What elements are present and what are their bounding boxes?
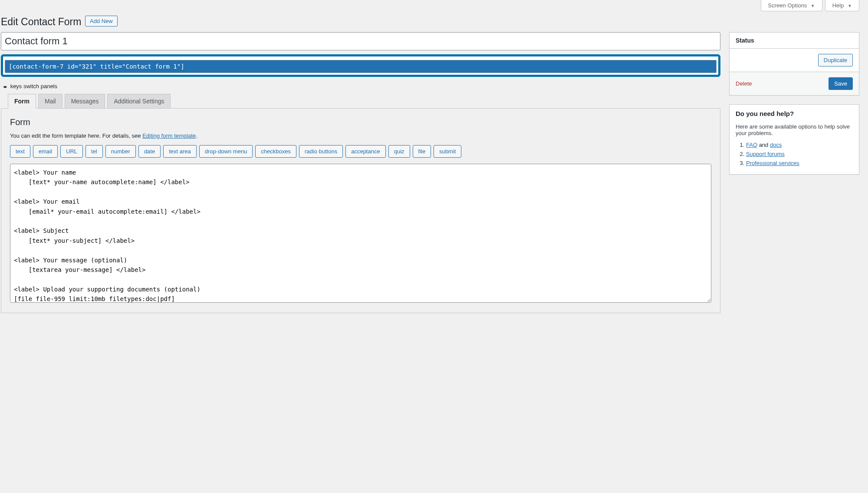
status-postbox: Status Duplicate Delete Save bbox=[729, 32, 859, 96]
page-title: Edit Contact Form bbox=[1, 16, 81, 28]
tab-additional-settings[interactable]: Additional Settings bbox=[107, 94, 171, 109]
tag-button-quiz[interactable]: quiz bbox=[388, 145, 410, 158]
faq-link[interactable]: FAQ bbox=[746, 142, 757, 148]
duplicate-button[interactable]: Duplicate bbox=[818, 54, 853, 66]
tag-button-tel[interactable]: tel bbox=[85, 145, 103, 158]
arrow-left-right-icon: ◂▸ bbox=[3, 84, 7, 89]
tab-messages[interactable]: Messages bbox=[65, 94, 105, 109]
tag-button-text-area[interactable]: text area bbox=[163, 145, 197, 158]
delete-link[interactable]: Delete bbox=[736, 80, 752, 87]
tag-button-drop-down-menu[interactable]: drop-down menu bbox=[199, 145, 253, 158]
help-label: Help bbox=[832, 2, 844, 9]
status-title: Status bbox=[736, 37, 853, 44]
save-button[interactable]: Save bbox=[829, 77, 853, 90]
tag-button-URL[interactable]: URL bbox=[60, 145, 83, 158]
help-postbox: Do you need help? Here are some availabl… bbox=[729, 104, 859, 175]
tag-button-checkboxes[interactable]: checkboxes bbox=[255, 145, 296, 158]
form-title-input[interactable] bbox=[1, 32, 720, 50]
professional-services-link[interactable]: Professional services bbox=[746, 160, 799, 166]
panel-tabs: Form Mail Messages Additional Settings bbox=[8, 94, 720, 109]
help-title: Do you need help? bbox=[736, 110, 853, 117]
tag-generator-buttons: textemailURLtelnumberdatetext areadrop-d… bbox=[10, 145, 711, 158]
form-panel: Form You can edit the form template here… bbox=[1, 108, 720, 313]
help-intro: Here are some available options to help … bbox=[736, 123, 853, 136]
screen-options-label: Screen Options bbox=[768, 2, 807, 9]
shortcode-input[interactable] bbox=[5, 60, 717, 73]
keys-switch-hint: ◂▸ keys switch panels bbox=[3, 83, 720, 89]
help-item-pro: Professional services bbox=[746, 160, 853, 166]
docs-link[interactable]: docs bbox=[770, 142, 782, 148]
form-template-textarea[interactable] bbox=[10, 164, 711, 303]
form-panel-heading: Form bbox=[10, 117, 711, 127]
help-item-support: Support forums bbox=[746, 151, 853, 157]
tag-button-date[interactable]: date bbox=[138, 145, 161, 158]
screen-options-toggle[interactable]: Screen Options ▼ bbox=[761, 0, 822, 11]
tag-button-number[interactable]: number bbox=[105, 145, 136, 158]
form-panel-desc: You can edit the form template here. For… bbox=[10, 132, 711, 139]
help-toggle[interactable]: Help ▼ bbox=[825, 0, 859, 11]
help-item-faq: FAQ and docs bbox=[746, 142, 853, 148]
chevron-down-icon: ▼ bbox=[811, 3, 815, 8]
tag-button-file[interactable]: file bbox=[413, 145, 431, 158]
support-forums-link[interactable]: Support forums bbox=[746, 151, 785, 157]
tag-button-email[interactable]: email bbox=[33, 145, 58, 158]
tag-button-submit[interactable]: submit bbox=[434, 145, 461, 158]
shortcode-box: Copy this shortcode and paste it into yo… bbox=[1, 54, 720, 77]
tag-button-acceptance[interactable]: acceptance bbox=[345, 145, 386, 158]
tab-form[interactable]: Form bbox=[8, 94, 36, 109]
editing-template-link[interactable]: Editing form template bbox=[142, 132, 196, 139]
add-new-button[interactable]: Add New bbox=[85, 16, 118, 26]
chevron-down-icon: ▼ bbox=[848, 3, 852, 8]
tab-mail[interactable]: Mail bbox=[38, 94, 62, 109]
tag-button-radio-buttons[interactable]: radio buttons bbox=[299, 145, 343, 158]
tag-button-text[interactable]: text bbox=[10, 145, 30, 158]
